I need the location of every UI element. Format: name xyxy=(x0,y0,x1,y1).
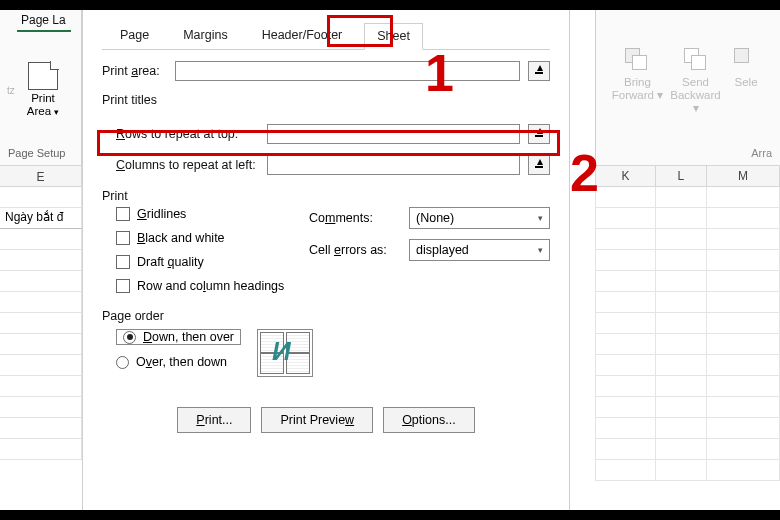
over-then-down-radio[interactable]: Over, then down xyxy=(116,355,241,369)
print-preview-button[interactable]: Print Preview xyxy=(261,407,373,433)
chevron-down-icon: ▾ xyxy=(538,213,543,223)
tab-page[interactable]: Page xyxy=(108,23,161,50)
grid-cell[interactable] xyxy=(596,187,656,208)
black-white-checkbox[interactable]: Black and white xyxy=(116,231,291,245)
draft-quality-checkbox[interactable]: Draft quality xyxy=(116,255,291,269)
grid-cell[interactable] xyxy=(655,460,706,481)
collapse-dialog-icon[interactable] xyxy=(528,155,550,175)
print-section-label: Print xyxy=(102,189,550,203)
grid-cell[interactable] xyxy=(655,250,706,271)
grid-cell[interactable] xyxy=(706,460,779,481)
grid-cell[interactable] xyxy=(596,439,656,460)
grid-cell[interactable] xyxy=(596,418,656,439)
grid-cell[interactable] xyxy=(596,250,656,271)
page-order-preview: И xyxy=(257,329,313,377)
grid-cell[interactable] xyxy=(655,229,706,250)
cell-errors-label: Cell errors as: xyxy=(309,243,401,257)
grid-cell[interactable] xyxy=(706,187,779,208)
grid-cell[interactable] xyxy=(706,250,779,271)
grid-cell[interactable] xyxy=(0,355,82,376)
grid-cell[interactable] xyxy=(655,271,706,292)
tab-header-footer[interactable]: Header/Footer xyxy=(250,23,355,50)
grid-cell[interactable] xyxy=(655,397,706,418)
grid-cell[interactable]: Ngày bắt đ xyxy=(0,208,82,229)
column-header-l[interactable]: L xyxy=(655,166,706,187)
grid-cell[interactable] xyxy=(655,292,706,313)
grid-cell[interactable] xyxy=(706,313,779,334)
grid-cell[interactable] xyxy=(706,208,779,229)
comments-select[interactable]: (None)▾ xyxy=(409,207,550,229)
column-header-m[interactable]: M xyxy=(706,166,779,187)
grid-cell[interactable] xyxy=(596,355,656,376)
tab-margins[interactable]: Margins xyxy=(171,23,239,50)
grid-cell[interactable] xyxy=(0,334,82,355)
print-area-button[interactable]: Print Area ▾ xyxy=(20,62,66,119)
grid-cell[interactable] xyxy=(0,439,82,460)
group-arrange: Arra xyxy=(751,147,772,159)
grid-cell[interactable] xyxy=(0,418,82,439)
cols-repeat-input[interactable] xyxy=(267,155,520,175)
page-order-label: Page order xyxy=(102,309,550,323)
bring-forward-icon xyxy=(625,48,649,70)
grid-cell[interactable] xyxy=(596,334,656,355)
tab-page-layout[interactable]: Page La xyxy=(17,10,71,32)
cell-errors-select[interactable]: displayed▾ xyxy=(409,239,550,261)
grid-cell[interactable] xyxy=(706,439,779,460)
collapse-dialog-icon[interactable] xyxy=(528,61,550,81)
grid-cell[interactable] xyxy=(706,418,779,439)
print-titles-label: Print titles xyxy=(102,93,550,107)
print-button[interactable]: Print... xyxy=(177,407,251,433)
grid-cell[interactable] xyxy=(706,397,779,418)
grid-cell[interactable] xyxy=(706,334,779,355)
bring-forward-button[interactable]: Bring Forward ▾ xyxy=(610,48,665,102)
grid-cell[interactable] xyxy=(596,229,656,250)
grid-cell[interactable] xyxy=(0,250,82,271)
send-backward-button[interactable]: Send Backward ▾ xyxy=(668,48,723,115)
grid-cell[interactable] xyxy=(655,334,706,355)
selection-pane-button[interactable]: Sele xyxy=(726,48,766,89)
grid-cell[interactable] xyxy=(0,271,82,292)
grid-cell[interactable] xyxy=(706,376,779,397)
grid-cell[interactable] xyxy=(596,208,656,229)
grid-cell[interactable] xyxy=(0,292,82,313)
grid-cell[interactable] xyxy=(655,313,706,334)
grid-cell[interactable] xyxy=(655,355,706,376)
ribbon-left-panel: Page La tz Print Area ▾ Page Setup xyxy=(0,10,82,165)
grid-cell[interactable] xyxy=(706,271,779,292)
grid-cell[interactable] xyxy=(0,229,82,250)
column-header-e[interactable]: E xyxy=(0,165,82,187)
grid-cell[interactable] xyxy=(0,187,82,208)
grid-cell[interactable] xyxy=(596,460,656,481)
down-then-over-radio[interactable]: Down, then over xyxy=(116,329,241,345)
grid-cell[interactable] xyxy=(706,229,779,250)
options-button[interactable]: Options... xyxy=(383,407,475,433)
row-col-headings-checkbox[interactable]: Row and column headings xyxy=(116,279,291,293)
grid-cell[interactable] xyxy=(0,397,82,418)
grid-cell[interactable] xyxy=(655,376,706,397)
group-page-setup: Page Setup xyxy=(8,147,66,159)
grid-cell[interactable] xyxy=(655,187,706,208)
tab-sheet[interactable]: Sheet xyxy=(364,23,423,50)
grid-cell[interactable] xyxy=(655,418,706,439)
grid-cell[interactable] xyxy=(0,313,82,334)
print-area-input[interactable] xyxy=(175,61,520,81)
grid-cell[interactable] xyxy=(0,376,82,397)
column-header-k[interactable]: K xyxy=(596,166,656,187)
collapse-dialog-icon[interactable] xyxy=(528,124,550,144)
rows-repeat-label: Rows to repeat at top: xyxy=(116,127,259,141)
grid-cell[interactable] xyxy=(596,313,656,334)
grid-cell[interactable] xyxy=(706,355,779,376)
rows-repeat-input[interactable] xyxy=(267,124,520,144)
grid-cell[interactable] xyxy=(706,292,779,313)
grid-cell[interactable] xyxy=(596,376,656,397)
gridlines-checkbox[interactable]: Gridlines xyxy=(116,207,291,221)
grid-cell[interactable] xyxy=(655,208,706,229)
order-arrow-icon: И xyxy=(272,336,291,367)
grid-cell[interactable] xyxy=(596,271,656,292)
worksheet-left: E Ngày bắt đ xyxy=(0,165,82,510)
grid-cell[interactable] xyxy=(596,292,656,313)
page-setup-dialog: Page Margins Header/Footer Sheet Print a… xyxy=(82,10,570,510)
ribbon-right-panel: Bring Forward ▾ Send Backward ▾ Sele Arr… xyxy=(595,10,780,165)
grid-cell[interactable] xyxy=(655,439,706,460)
grid-cell[interactable] xyxy=(596,397,656,418)
